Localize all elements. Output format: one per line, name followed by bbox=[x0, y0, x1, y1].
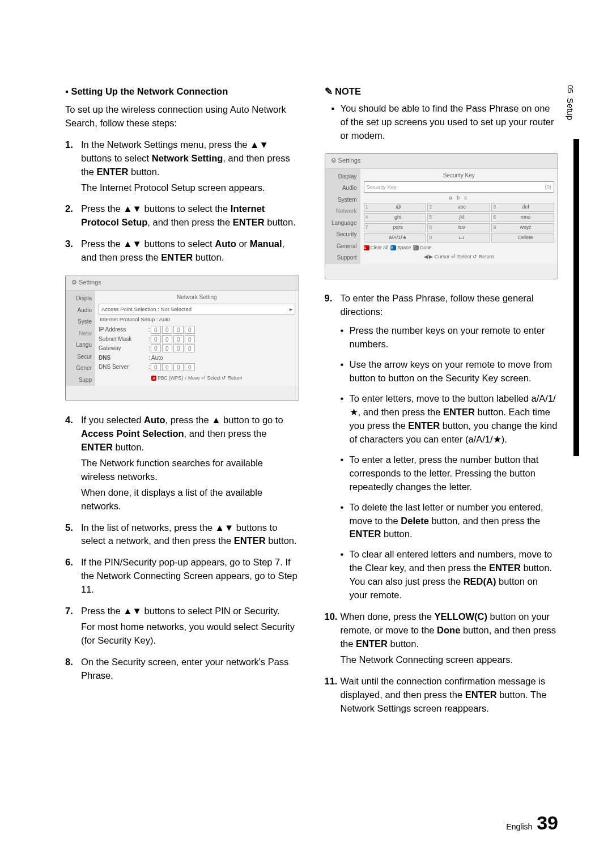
bullet-5: To delete the last letter or number you … bbox=[341, 501, 559, 542]
keypad-key: 8tuv bbox=[427, 223, 490, 232]
keypad-key: 6mno bbox=[491, 213, 554, 222]
keypad-key: 3def bbox=[491, 203, 554, 212]
keypad-key: Delete bbox=[491, 233, 554, 242]
note-item: You should be able to find the Pass Phra… bbox=[325, 102, 559, 143]
keypad-key: 7pqrs bbox=[364, 223, 427, 232]
keypad-key: 2abc bbox=[427, 203, 490, 212]
keypad-key: 9wxyz bbox=[491, 223, 554, 232]
ui-security-key: Settings Display Audio System Network La… bbox=[325, 153, 559, 279]
chapter-title: Setup bbox=[566, 98, 575, 120]
left-column: Setting Up the Network Connection To set… bbox=[65, 85, 299, 724]
steps-list-right: To enter the Pass Phrase, follow these g… bbox=[325, 292, 559, 716]
ui2-input: Security Key(0) bbox=[364, 181, 555, 193]
step-6: If the PIN/Security pop-up appears, go t… bbox=[65, 556, 299, 597]
keypad-key: 0⌴ bbox=[427, 233, 490, 242]
ui2-legend: AClear AllBSpaceCDone bbox=[364, 244, 555, 251]
step-9: To enter the Pass Phrase, follow these g… bbox=[325, 292, 559, 602]
steps-list-left: In the Network Settings menu, press the … bbox=[65, 138, 299, 265]
ui1-main: Network Setting Access Point Selection :… bbox=[95, 291, 299, 386]
chapter-number: 05 bbox=[566, 85, 575, 93]
steps-list-left-cont: If you selected Auto, press the ▲ button… bbox=[65, 414, 299, 683]
bullet-4: To enter a letter, press the number butt… bbox=[341, 453, 559, 494]
ui-network-settings: Settings Displa Audio Syste Netw Langu S… bbox=[65, 275, 299, 401]
note-list: You should be able to find the Pass Phra… bbox=[325, 102, 559, 143]
ui2-titlebar: Settings bbox=[325, 154, 558, 169]
section-heading: Setting Up the Network Connection bbox=[65, 85, 299, 99]
page-footer: English 39 bbox=[506, 812, 558, 834]
keypad-key: 4ghi bbox=[364, 213, 427, 222]
step-7: Press the ▲▼ buttons to select PIN or Se… bbox=[65, 605, 299, 648]
legend-item: BSpace bbox=[390, 244, 411, 251]
bullet-3: To enter letters, move to the button lab… bbox=[341, 392, 559, 446]
ui1-sidebar: Displa Audio Syste Netw Langu Secur Gene… bbox=[66, 291, 95, 386]
ui2-sidebar: Display Audio System Network Language Se… bbox=[325, 169, 360, 264]
footer-lang: English bbox=[506, 822, 532, 831]
ui2-main: Security Key Security Key(0) a b c 1.@2a… bbox=[360, 169, 558, 264]
chapter-tab: 05 Setup bbox=[566, 85, 575, 120]
legend-item: AClear All bbox=[364, 244, 389, 251]
note-heading: NOTE bbox=[325, 85, 559, 99]
step-5: In the list of networks, press the ▲▼ bu… bbox=[65, 521, 299, 548]
side-black-bars bbox=[573, 76, 579, 456]
step-3: Press the ▲▼ buttons to select Auto or M… bbox=[65, 237, 299, 265]
ui1-ap-select: Access Point Selection : Not Selected▸ bbox=[99, 304, 295, 315]
step-1: In the Network Settings menu, press the … bbox=[65, 138, 299, 195]
right-column: NOTE You should be able to find the Pass… bbox=[325, 85, 559, 724]
bullet-6: To clear all entered letters and numbers… bbox=[341, 548, 559, 602]
keypad-key: 5jkl bbox=[427, 213, 490, 222]
bullet-1: Press the number keys on your remote to … bbox=[341, 324, 559, 351]
step-8: On the Security screen, enter your netwo… bbox=[65, 656, 299, 683]
bullet-2: Use the arrow keys on your remote to mov… bbox=[341, 358, 559, 385]
legend-item: CDone bbox=[413, 244, 431, 251]
ui2-keypad: 1.@2abc3def4ghi5jkl6mno7pqrs8tuv9wxyza/A… bbox=[364, 203, 555, 242]
keypad-key: 1.@ bbox=[364, 203, 427, 212]
step-10: When done, press the YELLOW(C) button on… bbox=[325, 610, 559, 667]
footer-page: 39 bbox=[537, 812, 558, 833]
step-11: Wait until the connection confirmation m… bbox=[325, 675, 559, 716]
step-2: Press the ▲▼ buttons to select the Inter… bbox=[65, 202, 299, 229]
intro-text: To set up the wireless connection using … bbox=[65, 103, 299, 130]
keypad-key: a/A/1/★ bbox=[364, 233, 427, 242]
ui1-titlebar: Settings bbox=[66, 275, 299, 291]
step-4: If you selected Auto, press the ▲ button… bbox=[65, 414, 299, 513]
